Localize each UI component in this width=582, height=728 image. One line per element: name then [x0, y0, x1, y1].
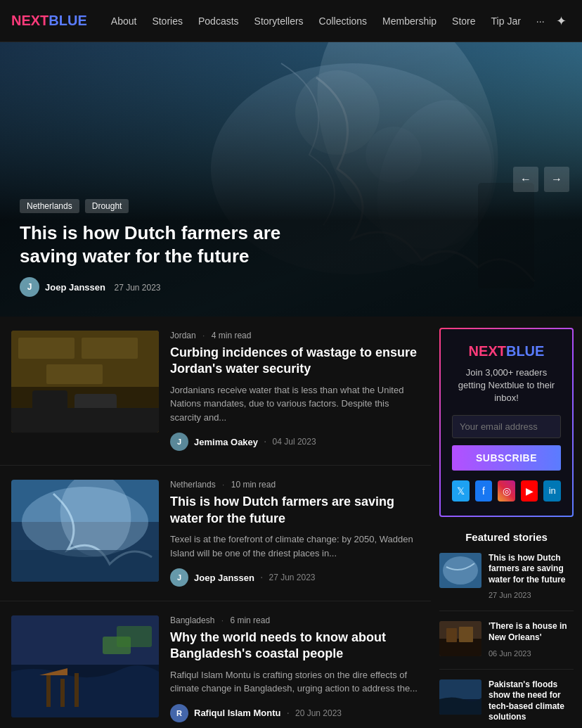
author-name[interactable]: Rafiqul Islam Montu: [194, 708, 281, 718]
author-name[interactable]: Jemima Oakey: [194, 437, 258, 447]
nav-podcasts[interactable]: Podcasts: [191, 11, 246, 31]
nav-collections[interactable]: Collections: [312, 11, 374, 31]
hero-section: Netherlands Drought This is how Dutch fa…: [0, 42, 582, 317]
featured-item-date: 06 Jun 2023: [489, 649, 531, 658]
article-region[interactable]: Bangladesh: [170, 615, 214, 625]
hero-author-info: Joep Janssen 27 Jun 2023: [45, 281, 161, 293]
feat-thumb-3-svg: [439, 679, 481, 715]
article-body: Netherlands · 10 min read This is how Du…: [170, 480, 420, 587]
author-avatar: J: [170, 568, 188, 587]
svg-rect-22: [60, 679, 65, 707]
article-body: Jordan · 4 min read Curbing incidences o…: [170, 331, 420, 451]
article-meta: Bangladesh · 6 min read: [170, 615, 420, 625]
theme-toggle-button[interactable]: ✦: [552, 11, 571, 32]
instagram-icon[interactable]: ◎: [498, 480, 515, 502]
article-read-time: 4 min read: [212, 331, 252, 340]
hero-date: 27 Jun 2023: [114, 283, 160, 293]
feat-thumb-2-svg: [439, 621, 481, 656]
article-date: 27 Jun 2023: [269, 573, 315, 582]
feat-thumb-1-svg: [439, 553, 481, 588]
svg-rect-10: [46, 364, 103, 384]
hero-content: Netherlands Drought This is how Dutch fa…: [20, 199, 329, 297]
youtube-icon[interactable]: ▶: [521, 480, 538, 502]
featured-thumb: [439, 621, 481, 656]
article-thumbnail[interactable]: [11, 331, 159, 433]
article-author-row: R Rafiqul Islam Montu · 20 Jun 2023: [170, 704, 420, 722]
featured-item[interactable]: Pakistan's floods show the need for tech…: [439, 679, 574, 728]
facebook-icon[interactable]: f: [475, 480, 493, 502]
meta-separator: ·: [202, 331, 205, 340]
logo[interactable]: NEXTBLUE: [11, 13, 87, 29]
article-title[interactable]: Curbing incidences of wastage to ensure …: [170, 345, 420, 378]
nl-logo-next: NEXT: [469, 343, 506, 359]
article-meta: Netherlands · 10 min read: [170, 480, 420, 490]
author-name[interactable]: Joep Janssen: [194, 573, 254, 583]
svg-point-37: [443, 556, 478, 585]
twitter-icon[interactable]: 𝕏: [452, 480, 470, 502]
nav-store[interactable]: Store: [445, 11, 482, 31]
svg-rect-9: [82, 338, 138, 359]
article-title[interactable]: This is how Dutch farmers are saving wat…: [170, 494, 420, 527]
dutch-thumb-svg: [11, 480, 159, 582]
meta-separator: ·: [221, 615, 224, 625]
article-title[interactable]: Why the world needs to know about Bangla…: [170, 630, 420, 663]
newsletter-subscribe-button[interactable]: SUBSCRIBE: [452, 445, 561, 471]
hero-tag-drought[interactable]: Drought: [85, 199, 129, 213]
svg-rect-8: [18, 338, 75, 359]
hero-next-button[interactable]: →: [544, 167, 569, 192]
logo-next: NEXT: [11, 13, 48, 28]
linkedin-icon[interactable]: in: [543, 480, 561, 502]
social-icons-row: 𝕏 f ◎ ▶ in: [452, 480, 561, 502]
meta-separator: ·: [222, 480, 224, 490]
article-thumbnail[interactable]: [11, 615, 159, 717]
logo-blue: BLUE: [48, 13, 86, 28]
featured-thumb: [439, 553, 481, 588]
hero-prev-button[interactable]: ←: [513, 167, 538, 192]
featured-item-title: Pakistan's floods show the need for tech…: [489, 679, 574, 723]
hero-title: This is how Dutch farmers are saving wat…: [20, 222, 329, 267]
featured-item[interactable]: This is how Dutch farmers are saving wat…: [439, 553, 574, 612]
featured-item-text: This is how Dutch farmers are saving wat…: [489, 553, 574, 601]
meta-dot: ·: [260, 571, 263, 584]
hero-tags: Netherlands Drought: [20, 199, 329, 213]
nav-about[interactable]: About: [104, 11, 144, 31]
nav-membership[interactable]: Membership: [375, 11, 444, 31]
nav-tipjar[interactable]: Tip Jar: [484, 11, 528, 31]
svg-rect-11: [32, 390, 67, 410]
article-date: 04 Jul 2023: [273, 437, 316, 447]
article-read-time: 10 min read: [231, 480, 276, 490]
svg-rect-13: [11, 408, 159, 433]
article-date: 20 Jun 2023: [295, 708, 342, 718]
svg-rect-21: [46, 675, 51, 707]
featured-item-text: Pakistan's floods show the need for tech…: [489, 679, 574, 728]
article-excerpt: Jordanians receive water that is less th…: [170, 383, 420, 425]
nav-stories[interactable]: Stories: [145, 11, 190, 31]
newsletter-logo: NEXTBLUE: [452, 343, 561, 359]
article-region[interactable]: Jordan: [170, 331, 196, 340]
newsletter-email-input[interactable]: [452, 415, 561, 438]
newsletter-box: NEXTBLUE Join 3,000+ readers getting Nex…: [439, 328, 574, 517]
search-button[interactable]: 🔍: [578, 11, 582, 32]
main-layout: Jordan · 4 min read Curbing incidences o…: [0, 317, 582, 728]
featured-item-date: 27 Jun 2023: [489, 591, 531, 599]
navbar-actions: ✦ 🔍 Log In Subscribe: [552, 5, 582, 37]
nav-more[interactable]: ···: [529, 11, 552, 31]
sidebar: NEXTBLUE Join 3,000+ readers getting Nex…: [431, 317, 582, 728]
featured-stories-title: Featured stories: [439, 531, 574, 543]
hero-author-name[interactable]: Joep Janssen: [45, 282, 105, 293]
featured-item[interactable]: 'There is a house in New Orleans' 06 Jun…: [439, 621, 574, 669]
hero-navigation: ← →: [513, 167, 569, 192]
meta-dot: ·: [287, 707, 290, 720]
featured-item-title: 'There is a house in New Orleans': [489, 621, 574, 643]
article-thumbnail[interactable]: [11, 480, 159, 582]
author-avatar: J: [170, 433, 188, 451]
navbar: NEXTBLUE About Stories Podcasts Storytel…: [0, 0, 582, 42]
svg-rect-23: [75, 673, 79, 707]
article-region[interactable]: Netherlands: [170, 480, 216, 490]
svg-rect-26: [117, 626, 152, 647]
svg-rect-41: [459, 627, 473, 642]
hero-tag-netherlands[interactable]: Netherlands: [20, 199, 79, 213]
svg-rect-40: [446, 628, 457, 642]
hero-author-avatar: J: [20, 277, 39, 297]
nav-storytellers[interactable]: Storytellers: [247, 11, 311, 31]
